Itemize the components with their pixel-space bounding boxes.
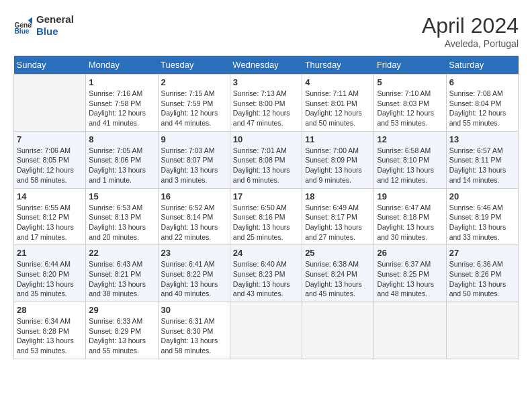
calendar-cell (230, 302, 302, 359)
day-info: Sunrise: 6:31 AM Sunset: 8:30 PM Dayligh… (161, 316, 227, 356)
calendar-cell: 21Sunrise: 6:44 AM Sunset: 8:20 PM Dayli… (14, 245, 86, 302)
logo-text-general: General (36, 13, 74, 26)
calendar-week-3: 14Sunrise: 6:55 AM Sunset: 8:12 PM Dayli… (14, 188, 519, 245)
calendar-cell: 15Sunrise: 6:53 AM Sunset: 8:13 PM Dayli… (86, 188, 158, 245)
day-number: 5 (377, 77, 443, 87)
day-number: 23 (161, 248, 227, 258)
day-number: 29 (89, 305, 154, 315)
day-number: 22 (89, 248, 154, 258)
day-info: Sunrise: 6:37 AM Sunset: 8:25 PM Dayligh… (377, 259, 443, 299)
calendar-cell: 10Sunrise: 7:01 AM Sunset: 8:08 PM Dayli… (230, 131, 302, 188)
svg-text:Blue: Blue (15, 28, 30, 35)
day-info: Sunrise: 7:08 AM Sunset: 8:04 PM Dayligh… (449, 89, 515, 128)
calendar-header-monday: Monday (86, 56, 158, 75)
calendar-cell: 26Sunrise: 6:37 AM Sunset: 8:25 PM Dayli… (374, 245, 446, 302)
calendar-cell: 5Sunrise: 7:10 AM Sunset: 8:03 PM Daylig… (374, 75, 446, 132)
title-block: April 2024 Aveleda, Portugal (422, 13, 519, 49)
logo: General Blue General Blue (13, 13, 74, 38)
day-number: 6 (449, 77, 515, 87)
day-info: Sunrise: 6:38 AM Sunset: 8:24 PM Dayligh… (305, 259, 371, 299)
calendar-cell (302, 302, 374, 359)
calendar-header-wednesday: Wednesday (230, 56, 302, 75)
location-title: Aveleda, Portugal (422, 38, 519, 49)
page-header: General Blue General Blue April 2024 Ave… (13, 13, 519, 49)
day-number: 12 (377, 134, 443, 144)
calendar-cell: 24Sunrise: 6:40 AM Sunset: 8:23 PM Dayli… (230, 245, 302, 302)
logo-icon: General Blue (13, 16, 32, 35)
day-info: Sunrise: 7:10 AM Sunset: 8:03 PM Dayligh… (377, 89, 443, 128)
calendar-week-1: 1Sunrise: 7:16 AM Sunset: 7:58 PM Daylig… (14, 75, 519, 132)
calendar-cell: 30Sunrise: 6:31 AM Sunset: 8:30 PM Dayli… (158, 302, 230, 359)
day-info: Sunrise: 7:13 AM Sunset: 8:00 PM Dayligh… (233, 89, 299, 128)
calendar-table: SundayMondayTuesdayWednesdayThursdayFrid… (13, 56, 519, 359)
calendar-cell: 23Sunrise: 6:41 AM Sunset: 8:22 PM Dayli… (158, 245, 230, 302)
day-number: 3 (233, 77, 299, 87)
calendar-cell: 6Sunrise: 7:08 AM Sunset: 8:04 PM Daylig… (446, 75, 518, 132)
day-number: 10 (233, 134, 299, 144)
day-info: Sunrise: 6:34 AM Sunset: 8:28 PM Dayligh… (17, 316, 83, 356)
calendar-cell: 11Sunrise: 7:00 AM Sunset: 8:09 PM Dayli… (302, 131, 374, 188)
day-number: 18 (305, 191, 371, 201)
day-number: 27 (449, 248, 515, 258)
day-info: Sunrise: 7:05 AM Sunset: 8:06 PM Dayligh… (89, 146, 154, 185)
calendar-cell: 18Sunrise: 6:49 AM Sunset: 8:17 PM Dayli… (302, 188, 374, 245)
calendar-cell: 2Sunrise: 7:15 AM Sunset: 7:59 PM Daylig… (158, 75, 230, 132)
day-info: Sunrise: 6:43 AM Sunset: 8:21 PM Dayligh… (89, 259, 154, 299)
day-number: 15 (89, 191, 154, 201)
day-number: 1 (89, 77, 154, 87)
day-info: Sunrise: 6:44 AM Sunset: 8:20 PM Dayligh… (17, 259, 83, 299)
day-number: 19 (377, 191, 443, 201)
month-title: April 2024 (422, 13, 519, 38)
calendar-body: 1Sunrise: 7:16 AM Sunset: 7:58 PM Daylig… (14, 75, 519, 359)
day-info: Sunrise: 6:52 AM Sunset: 8:14 PM Dayligh… (161, 203, 227, 242)
calendar-cell: 3Sunrise: 7:13 AM Sunset: 8:00 PM Daylig… (230, 75, 302, 132)
calendar-header-row: SundayMondayTuesdayWednesdayThursdayFrid… (14, 56, 519, 75)
day-number: 13 (449, 134, 515, 144)
calendar-header-thursday: Thursday (302, 56, 374, 75)
calendar-cell: 29Sunrise: 6:33 AM Sunset: 8:29 PM Dayli… (86, 302, 158, 359)
day-info: Sunrise: 7:16 AM Sunset: 7:58 PM Dayligh… (89, 89, 154, 128)
day-info: Sunrise: 7:06 AM Sunset: 8:05 PM Dayligh… (17, 146, 83, 185)
calendar-cell: 8Sunrise: 7:05 AM Sunset: 8:06 PM Daylig… (86, 131, 158, 188)
day-info: Sunrise: 7:15 AM Sunset: 7:59 PM Dayligh… (161, 89, 227, 128)
calendar-cell: 9Sunrise: 7:03 AM Sunset: 8:07 PM Daylig… (158, 131, 230, 188)
day-number: 8 (89, 134, 154, 144)
calendar-cell: 7Sunrise: 7:06 AM Sunset: 8:05 PM Daylig… (14, 131, 86, 188)
day-number: 17 (233, 191, 299, 201)
day-info: Sunrise: 6:57 AM Sunset: 8:11 PM Dayligh… (449, 146, 515, 185)
calendar-cell (374, 302, 446, 359)
day-info: Sunrise: 6:47 AM Sunset: 8:18 PM Dayligh… (377, 203, 443, 242)
calendar-cell (446, 302, 518, 359)
calendar-cell: 28Sunrise: 6:34 AM Sunset: 8:28 PM Dayli… (14, 302, 86, 359)
day-info: Sunrise: 7:11 AM Sunset: 8:01 PM Dayligh… (305, 89, 371, 128)
calendar-header-tuesday: Tuesday (158, 56, 230, 75)
calendar-cell: 12Sunrise: 6:58 AM Sunset: 8:10 PM Dayli… (374, 131, 446, 188)
calendar-cell: 4Sunrise: 7:11 AM Sunset: 8:01 PM Daylig… (302, 75, 374, 132)
day-number: 4 (305, 77, 371, 87)
day-number: 28 (17, 305, 83, 315)
day-number: 7 (17, 134, 83, 144)
calendar-week-4: 21Sunrise: 6:44 AM Sunset: 8:20 PM Dayli… (14, 245, 519, 302)
calendar-cell: 14Sunrise: 6:55 AM Sunset: 8:12 PM Dayli… (14, 188, 86, 245)
calendar-cell: 25Sunrise: 6:38 AM Sunset: 8:24 PM Dayli… (302, 245, 374, 302)
day-info: Sunrise: 6:49 AM Sunset: 8:17 PM Dayligh… (305, 203, 371, 242)
day-info: Sunrise: 7:01 AM Sunset: 8:08 PM Dayligh… (233, 146, 299, 185)
logo-text-blue: Blue (36, 26, 74, 38)
day-number: 26 (377, 248, 443, 258)
day-info: Sunrise: 7:03 AM Sunset: 8:07 PM Dayligh… (161, 146, 227, 185)
day-number: 9 (161, 134, 227, 144)
day-info: Sunrise: 6:36 AM Sunset: 8:26 PM Dayligh… (449, 259, 515, 299)
day-number: 16 (161, 191, 227, 201)
day-number: 14 (17, 191, 83, 201)
day-info: Sunrise: 6:58 AM Sunset: 8:10 PM Dayligh… (377, 146, 443, 185)
calendar-header-saturday: Saturday (446, 56, 518, 75)
day-info: Sunrise: 7:00 AM Sunset: 8:09 PM Dayligh… (305, 146, 371, 185)
day-info: Sunrise: 6:55 AM Sunset: 8:12 PM Dayligh… (17, 203, 83, 242)
calendar-cell: 16Sunrise: 6:52 AM Sunset: 8:14 PM Dayli… (158, 188, 230, 245)
calendar-cell: 17Sunrise: 6:50 AM Sunset: 8:16 PM Dayli… (230, 188, 302, 245)
calendar-cell: 27Sunrise: 6:36 AM Sunset: 8:26 PM Dayli… (446, 245, 518, 302)
calendar-cell: 22Sunrise: 6:43 AM Sunset: 8:21 PM Dayli… (86, 245, 158, 302)
calendar-cell: 13Sunrise: 6:57 AM Sunset: 8:11 PM Dayli… (446, 131, 518, 188)
day-number: 25 (305, 248, 371, 258)
day-number: 21 (17, 248, 83, 258)
